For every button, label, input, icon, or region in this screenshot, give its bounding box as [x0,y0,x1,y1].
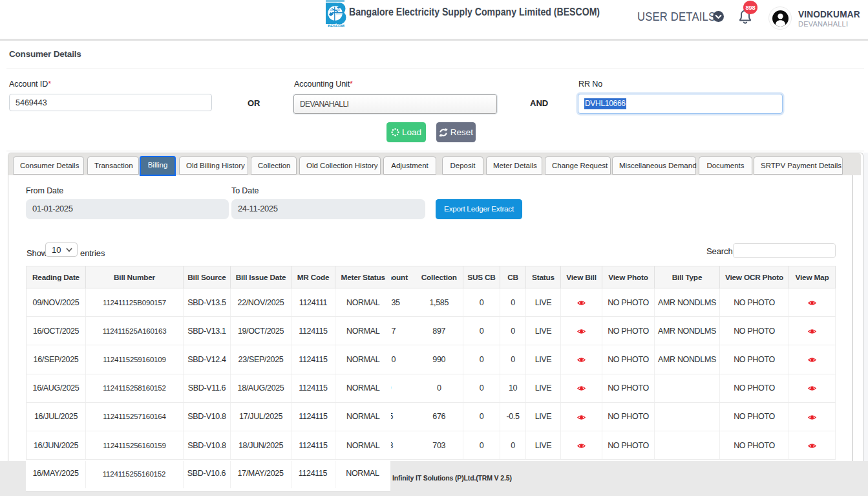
svg-text:BESCOM: BESCOM [328,23,344,28]
